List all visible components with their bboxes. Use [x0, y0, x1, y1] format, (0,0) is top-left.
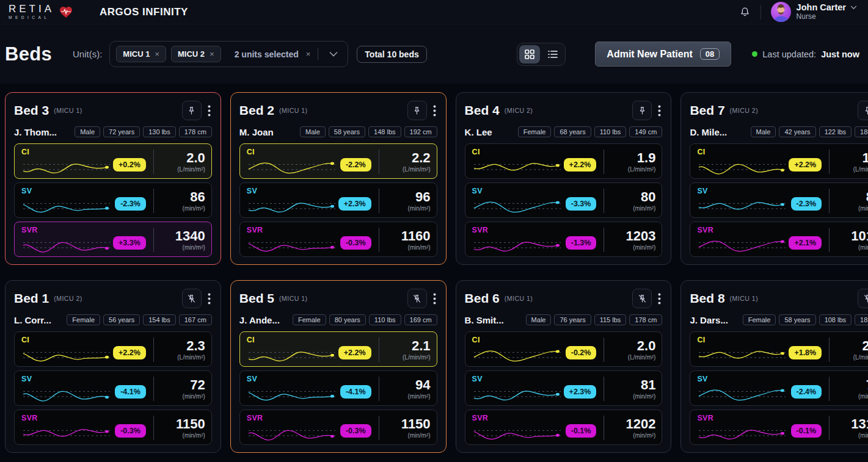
remove-unit-icon[interactable]: ×: [210, 49, 214, 59]
pin-button[interactable]: [182, 289, 202, 308]
sparkline-chart: [697, 345, 789, 364]
unit-selector[interactable]: MICU 1 × MICU 2 × 2 units selected ×: [109, 41, 348, 67]
delta-badge: +2.2%: [564, 158, 597, 171]
sex-chip: Female: [518, 126, 552, 137]
metric-unit: (L/min/m²): [177, 166, 205, 173]
patient-name: M. Joan: [239, 127, 274, 137]
metric-unit: (min/m²): [633, 393, 655, 400]
metric-unit: (min/m²): [633, 244, 655, 251]
selector-divider: [318, 48, 318, 60]
brand-logo: RETIA MEDICAL: [9, 4, 74, 20]
metric-label: SV: [21, 375, 115, 383]
user-menu[interactable]: John Carter Nurse: [771, 2, 857, 22]
metric-row-ci: CI +2.2% 2.3 (L/min/m²): [14, 331, 212, 367]
kebab-menu-icon[interactable]: [432, 291, 437, 307]
delta-badge: -2.4%: [791, 385, 822, 399]
bed-card[interactable]: Bed 3 (MICU 1): [5, 92, 221, 265]
kebab-menu-icon[interactable]: [206, 291, 212, 307]
sex-chip: Male: [300, 126, 326, 137]
metric-value: 2.1: [412, 339, 431, 353]
age-chip: 42 years: [779, 126, 815, 137]
metric-value: 2.2: [863, 339, 868, 353]
sparkline-chart: [21, 157, 113, 176]
units-selected-summary: 2 units selected: [235, 49, 299, 59]
height-chip: 188 cm: [855, 126, 868, 137]
user-name: John Carter: [797, 2, 846, 13]
avatar: [771, 2, 791, 22]
bed-card[interactable]: Bed 5 (MICU 1): [230, 280, 447, 453]
delta-badge: +0.2%: [113, 158, 146, 171]
metric-label: CI: [21, 148, 113, 156]
age-chip: 68 years: [554, 126, 591, 137]
metric-value: 96: [415, 190, 430, 204]
metric-label: CI: [472, 336, 566, 344]
metric-value: 2.0: [186, 151, 205, 165]
beds-grid: Bed 3 (MICU 1): [0, 84, 868, 459]
metric-unit: (min/m²): [407, 432, 430, 439]
height-chip: 178 cm: [179, 126, 212, 137]
sex-chip: Male: [751, 126, 776, 137]
kebab-menu-icon[interactable]: [432, 103, 437, 119]
height-chip: 192 cm: [404, 126, 437, 137]
patient-name: B. Smit...: [465, 315, 504, 325]
weight-chip: 115 lbs: [594, 314, 627, 325]
metric-unit: (min/m²): [858, 205, 868, 212]
delta-badge: -0.3%: [340, 236, 371, 250]
kebab-menu-icon[interactable]: [657, 103, 662, 119]
bed-card[interactable]: Bed 4 (MICU 2): [456, 92, 672, 265]
pin-button[interactable]: [632, 101, 652, 120]
metric-label: SV: [247, 375, 340, 383]
clear-units-icon[interactable]: ×: [306, 49, 311, 59]
pin-button[interactable]: [182, 101, 202, 120]
bed-card[interactable]: Bed 7 (MICU 2): [680, 92, 868, 265]
bed-card[interactable]: Bed 6 (MICU 1): [456, 280, 672, 453]
bed-name: Bed 3: [14, 103, 49, 118]
sparkline-chart: [21, 423, 113, 442]
pin-button[interactable]: [407, 289, 427, 308]
notifications-bell-icon[interactable]: [739, 6, 751, 18]
last-updated: Last updated: Just now: [752, 49, 859, 59]
metric-unit: (L/min/m²): [403, 354, 431, 361]
metric-label: SV: [247, 187, 338, 195]
pin-button[interactable]: [407, 101, 427, 120]
metric-value: 1.9: [637, 151, 656, 165]
sex-chip: Female: [293, 314, 326, 325]
admit-new-patient-button[interactable]: Admit New Patient 08: [595, 42, 731, 67]
brand-subtitle: MEDICAL: [9, 16, 54, 20]
list-view-button[interactable]: [542, 45, 563, 63]
remove-unit-icon[interactable]: ×: [155, 49, 159, 59]
pin-button[interactable]: [858, 101, 868, 120]
delta-badge: +2.3%: [338, 197, 371, 211]
kebab-menu-icon[interactable]: [206, 103, 212, 119]
bed-card[interactable]: Bed 2 (MICU 1): [230, 92, 447, 265]
bed-card[interactable]: Bed 1 (MICU 2): [5, 280, 221, 453]
grid-view-button[interactable]: [519, 45, 540, 63]
bed-unit: (MICU 1): [730, 295, 759, 302]
kebab-menu-icon[interactable]: [657, 291, 662, 307]
sparkline-chart: [697, 384, 789, 403]
sparkline-chart: [697, 196, 789, 215]
metric-row-sv: SV -4.1% 94 (min/m²): [239, 370, 437, 406]
delta-badge: +3.3%: [113, 236, 146, 250]
metric-value: 86: [190, 190, 205, 204]
sparkline-chart: [247, 423, 338, 442]
chevron-down-icon[interactable]: [329, 51, 338, 57]
metric-unit: (min/m²): [858, 432, 868, 439]
sparkline-chart: [21, 384, 113, 403]
metric-unit: (min/m²): [183, 244, 205, 251]
metric-value: 1203: [625, 229, 655, 243]
metric-unit: (min/m²): [183, 393, 205, 400]
metric-row-svr: SVR +3.3% 1340 (min/m²): [14, 222, 212, 257]
bed-card[interactable]: Bed 8 (MICU 1): [680, 280, 868, 453]
metric-label: CI: [247, 148, 340, 156]
page-header: Beds Unit(s): MICU 1 × MICU 2 × 2 units …: [0, 24, 868, 84]
metric-value: 1160: [401, 229, 431, 243]
metric-row-sv: SV +2.3% 81 (min/m²): [465, 370, 663, 406]
metric-unit: (L/min/m²): [177, 354, 205, 361]
pin-button[interactable]: [858, 289, 868, 308]
metric-label: SV: [472, 375, 564, 383]
pin-button[interactable]: [632, 289, 652, 308]
bed-name: Bed 4: [465, 103, 500, 118]
bed-unit: (MICU 2): [54, 295, 82, 302]
metric-row-svr: SVR -0.3% 1150 (min/m²): [14, 410, 212, 445]
